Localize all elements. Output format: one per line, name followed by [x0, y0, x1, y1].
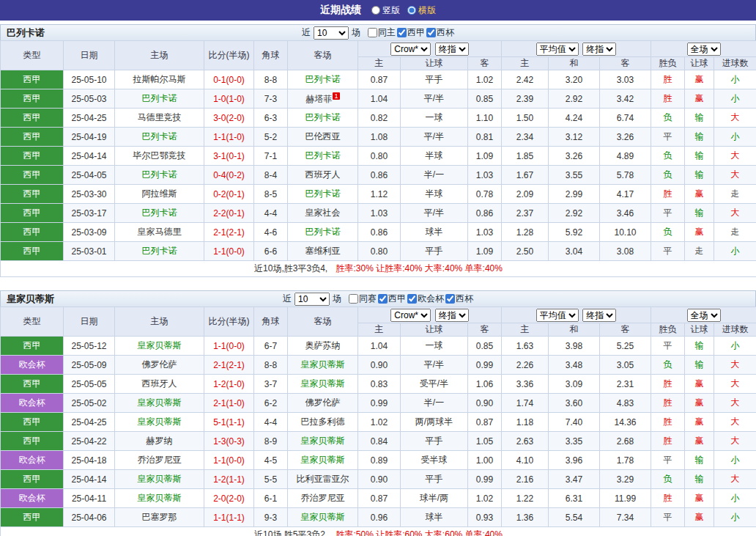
odds-final-select[interactable]: 终指 [435, 309, 469, 322]
match-date: 25-05-10 [64, 70, 115, 89]
result-goals: 走 [714, 223, 756, 242]
away-team[interactable]: 巴拉多利德 [288, 413, 358, 432]
home-team[interactable]: 皇家贝蒂斯 [115, 394, 204, 413]
home-team[interactable]: 皇家马德里 [115, 223, 204, 242]
home-team[interactable]: 巴列卡诺 [115, 128, 204, 147]
league-filter-checkbox[interactable] [426, 28, 436, 37]
away-team[interactable]: 巴列卡诺 [288, 223, 358, 242]
away-team[interactable]: 皇家贝蒂斯 [288, 508, 358, 527]
matches-unit-label: 场 [352, 26, 360, 39]
home-team[interactable]: 巴列卡诺 [115, 242, 204, 261]
league-filter-checkbox[interactable] [349, 294, 358, 304]
league-filter[interactable]: 西杯 [426, 26, 454, 39]
away-team[interactable]: 皇家贝蒂斯 [288, 451, 358, 470]
home-team[interactable]: 马德里竞技 [115, 109, 204, 128]
layout-radio[interactable] [407, 6, 416, 15]
away-team[interactable]: 皇家贝蒂斯 [288, 375, 358, 394]
layout-option[interactable]: 竖版 [371, 4, 400, 17]
league-filter[interactable]: 西甲 [378, 293, 406, 305]
result-goals: 小 [714, 128, 756, 147]
odds-final-select[interactable]: 终指 [435, 43, 469, 56]
home-team[interactable]: 皇家贝蒂斯 [115, 413, 204, 432]
match-date: 25-05-02 [64, 394, 115, 413]
match-score: 1-1(0-0) [204, 242, 254, 261]
away-team[interactable]: 巴列卡诺 [288, 185, 358, 204]
match-row: 西甲 25-05-05 西班牙人 1-2(1-0) 3-7 皇家贝蒂斯 0.83… [1, 375, 756, 394]
avg-select[interactable]: 平均值 [536, 43, 579, 56]
league-filter-group: 同主西甲西杯 [368, 26, 454, 39]
away-team[interactable]: 巴列卡诺 [288, 109, 358, 128]
away-team[interactable]: 西班牙人 [288, 166, 358, 185]
away-team[interactable]: 皇家贝蒂斯 [288, 356, 358, 375]
league-filter-group: 同赛西甲欧会杯西杯 [349, 293, 473, 305]
home-team[interactable]: 拉斯帕尔马斯 [115, 70, 204, 89]
home-team[interactable]: 赫罗纳 [115, 432, 204, 451]
away-team[interactable]: 巴伦西亚 [288, 128, 358, 147]
scope-select[interactable]: 全场 [687, 43, 721, 56]
scope-select[interactable]: 全场 [687, 309, 721, 322]
away-team[interactable]: 皇家贝蒂斯 [288, 432, 358, 451]
home-team[interactable]: 毕尔巴鄂竞技 [115, 147, 204, 166]
league-filter-checkbox[interactable] [378, 294, 388, 304]
avg-away-value: 4.83 [600, 394, 651, 413]
odds-home-value: 0.90 [358, 356, 401, 375]
avg-draw-value: 3.35 [549, 432, 600, 451]
home-team[interactable]: 巴塞罗那 [115, 508, 204, 527]
away-team[interactable]: 巴列卡诺 [288, 70, 358, 89]
home-team[interactable]: 佛罗伦萨 [115, 356, 204, 375]
bookmaker-select[interactable]: Crow* [390, 43, 431, 56]
match-count-select[interactable]: 10 [314, 26, 349, 40]
home-team[interactable]: 西班牙人 [115, 375, 204, 394]
result-goals: 小 [714, 451, 756, 470]
match-count-select[interactable]: 10 [294, 293, 330, 306]
col-home: 主场 [115, 41, 204, 70]
match-row: 西甲 25-05-03 巴列卡诺 1-0(1-0) 7-3 赫塔菲1 1.04 … [1, 89, 756, 109]
home-team[interactable]: 巴列卡诺 [115, 89, 204, 109]
league-filter-checkbox[interactable] [407, 294, 417, 304]
league-filter[interactable]: 同赛 [349, 293, 377, 305]
avg-select[interactable]: 平均值 [536, 309, 579, 322]
match-row: 欧会杯 25-04-18 乔治罗尼亚 1-1(0-0) 4-5 皇家贝蒂斯 0.… [1, 451, 756, 470]
away-team[interactable]: 乔治罗尼亚 [288, 489, 358, 508]
away-team[interactable]: 比利亚雷亚尔 [288, 470, 358, 489]
filter-controls: 近 10 场 同赛西甲欧会杯西杯 [283, 293, 473, 306]
league-filter[interactable]: 西甲 [397, 26, 425, 39]
layout-radio[interactable] [371, 6, 380, 15]
away-team[interactable]: 巴列卡诺 [288, 147, 358, 166]
home-team[interactable]: 皇家贝蒂斯 [115, 489, 204, 508]
away-team[interactable]: 皇家社会 [288, 204, 358, 223]
away-team[interactable]: 塞维利亚 [288, 242, 358, 261]
home-team[interactable]: 皇家贝蒂斯 [115, 337, 204, 356]
avg-final-select[interactable]: 终指 [582, 43, 616, 56]
col-corner: 角球 [254, 41, 288, 70]
league-filter[interactable]: 西杯 [445, 293, 473, 305]
home-team[interactable]: 阿拉维斯 [115, 185, 204, 204]
odds-away-value: 0.99 [468, 356, 502, 375]
match-score: 3-1(0-1) [204, 147, 254, 166]
section-header-bar: 巴列卡诺 近 10 场 同主西甲西杯 [0, 24, 756, 40]
match-date: 25-04-14 [64, 470, 115, 489]
layout-option[interactable]: 横版 [407, 4, 436, 17]
col-goals: 进球数 [714, 57, 756, 70]
avg-home-value: 1.74 [502, 394, 549, 413]
home-team[interactable]: 乔治罗尼亚 [115, 451, 204, 470]
avg-final-select[interactable]: 终指 [582, 309, 616, 322]
bookmaker-select[interactable]: Crow* [390, 309, 431, 322]
league-filter-checkbox[interactable] [397, 28, 407, 37]
home-team[interactable]: 巴列卡诺 [115, 204, 204, 223]
league-filter-checkbox[interactable] [368, 28, 377, 37]
corner-count: 4-5 [254, 451, 288, 470]
away-team[interactable]: 奥萨苏纳 [288, 337, 358, 356]
result-wdl: 胜 [651, 89, 685, 109]
match-date: 25-05-09 [64, 356, 115, 375]
away-team[interactable]: 赫塔菲1 [288, 89, 358, 109]
odds-away-value: 1.10 [468, 109, 502, 128]
home-team[interactable]: 皇家贝蒂斯 [115, 470, 204, 489]
league-filter[interactable]: 同主 [368, 26, 396, 39]
league-badge: 西甲 [1, 508, 64, 527]
away-team[interactable]: 佛罗伦萨 [288, 394, 358, 413]
league-filter-checkbox[interactable] [445, 294, 455, 304]
col-avg-draw: 和 [549, 323, 600, 337]
league-filter[interactable]: 欧会杯 [407, 293, 444, 305]
home-team[interactable]: 巴列卡诺 [115, 166, 204, 185]
